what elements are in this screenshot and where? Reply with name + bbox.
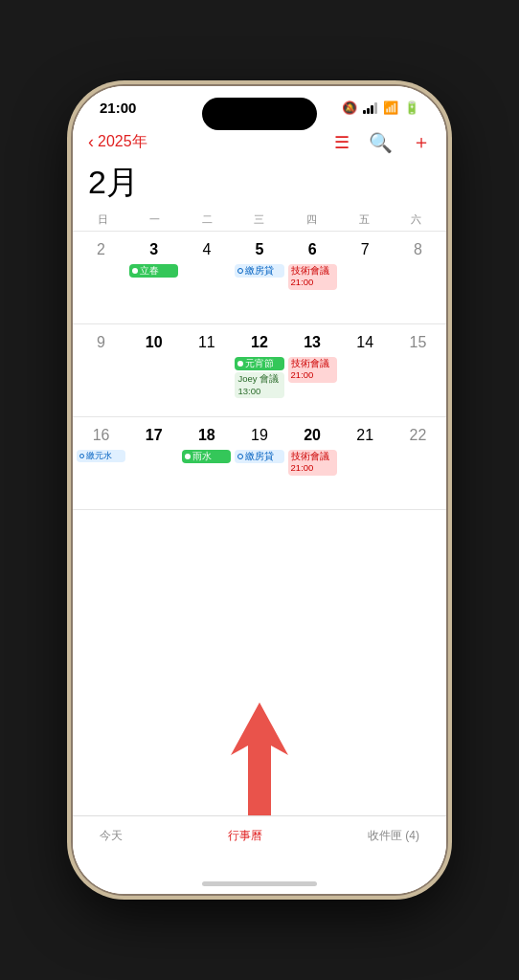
day-cell-15[interactable]: 15 [392, 328, 444, 412]
event-tech20-label: 技術會議 [291, 451, 334, 462]
home-indicator [202, 881, 317, 886]
day-num-10: 10 [142, 330, 167, 355]
dynamic-island [202, 98, 317, 130]
tab-calendar[interactable]: 行事曆 [228, 828, 262, 844]
day-cell-5[interactable]: 5 繳房貸 [233, 235, 285, 320]
week-row-2: 9 10 11 12 元宵節 Joey [73, 324, 446, 417]
day-num-4: 4 [194, 237, 219, 262]
day-cell-3[interactable]: 3 立春 [127, 235, 180, 320]
day-num-15: 15 [405, 330, 430, 355]
event-tech6-time: 21:00 [291, 277, 334, 288]
tab-today-label: 今天 [100, 829, 123, 842]
day-cell-16[interactable]: 16 繳元水 [75, 421, 127, 505]
day-num-17: 17 [142, 423, 167, 448]
circle-icon-16 [79, 454, 84, 458]
search-icon[interactable]: 🔍 [369, 131, 393, 154]
event-rainwater[interactable]: 雨水 [182, 450, 231, 463]
svg-marker-0 [231, 702, 288, 817]
filter-icon[interactable]: ☰ [334, 132, 350, 153]
day-num-5: 5 [247, 237, 272, 262]
event-water16-label: 繳元水 [86, 451, 112, 461]
year-label: 2025年 [98, 132, 147, 152]
signal-bars-icon [363, 102, 377, 114]
event-tech13-time: 21:00 [291, 369, 334, 381]
week-row-3: 16 繳元水 17 18 雨水 [73, 417, 446, 510]
event-rent-feb5[interactable]: 繳房貸 [235, 264, 283, 278]
day-header-sun: 日 [77, 212, 129, 227]
back-button[interactable]: ‹ 2025年 [88, 132, 147, 152]
event-tech-feb20[interactable]: 技術會議 21:00 [288, 450, 337, 476]
day-num-19: 19 [247, 423, 272, 448]
day-num-21: 21 [352, 423, 377, 448]
day-num-8: 8 [405, 237, 430, 262]
day-cell-11[interactable]: 11 [180, 328, 233, 412]
day-cell-12[interactable]: 12 元宵節 Joey 會議 13:00 [233, 328, 285, 412]
event-tech20-time: 21:00 [291, 462, 334, 474]
day-num-3: 3 [142, 237, 167, 262]
day-cell-14[interactable]: 14 [339, 328, 392, 412]
day-num-16: 16 [89, 423, 114, 448]
day-headers: 日 一 二 三 四 五 六 [73, 212, 446, 232]
day-cell-17[interactable]: 17 [127, 421, 180, 505]
day-cell-22[interactable]: 22 [392, 421, 444, 505]
day-cell-19[interactable]: 19 繳房貸 [233, 421, 285, 505]
day-cell-9[interactable]: 9 [75, 328, 127, 412]
day-num-18: 18 [194, 423, 219, 448]
day-cell-8[interactable]: 8 [392, 235, 444, 320]
arrow-overlay [221, 702, 298, 798]
day-num-22: 22 [405, 423, 430, 448]
day-num-20: 20 [300, 423, 325, 448]
green-dot-icon [132, 268, 138, 274]
circle-icon-rent5 [237, 268, 243, 274]
calendar-header: ‹ 2025年 ☰ 🔍 ＋ 2月 [73, 122, 446, 212]
tab-inbox[interactable]: 收件匣 (4) [368, 828, 419, 844]
day-cell-10[interactable]: 10 [127, 328, 180, 412]
chevron-left-icon: ‹ [88, 132, 94, 152]
event-lichun[interactable]: 立春 [129, 264, 178, 278]
event-water-feb16[interactable]: 繳元水 [77, 450, 125, 462]
event-rent19-label: 繳房貸 [245, 451, 274, 462]
event-rainwater-label: 雨水 [192, 451, 212, 462]
day-cell-4[interactable]: 4 [180, 235, 233, 320]
event-joey[interactable]: Joey 會議 13:00 [235, 372, 283, 398]
day-header-sat: 六 [390, 212, 442, 227]
add-icon[interactable]: ＋ [412, 129, 431, 155]
day-header-wed: 三 [234, 212, 286, 227]
event-rent-feb19[interactable]: 繳房貸 [235, 450, 283, 463]
circle-icon-rent19 [237, 454, 243, 459]
nav-actions: ☰ 🔍 ＋ [334, 129, 431, 155]
event-lantern[interactable]: 元宵節 [235, 357, 283, 370]
day-num-7: 7 [352, 237, 377, 262]
day-cell-13[interactable]: 13 技術會議 21:00 [286, 328, 339, 412]
day-num-2: 2 [89, 237, 114, 262]
day-header-fri: 五 [338, 212, 391, 227]
status-time: 21:00 [100, 100, 136, 116]
day-num-6: 6 [300, 237, 325, 262]
tab-calendar-label: 行事曆 [228, 829, 262, 842]
calendar-body: 2 3 立春 4 5 [73, 232, 446, 510]
status-icons: 🔕 📶 🔋 [342, 100, 419, 115]
event-tech-feb6[interactable]: 技術會議 21:00 [288, 264, 337, 290]
tab-today[interactable]: 今天 [100, 828, 123, 844]
day-cell-7[interactable]: 7 [339, 235, 392, 320]
event-joey-name: Joey 會議 [237, 373, 281, 385]
event-tech13-label: 技術會議 [291, 358, 334, 369]
phone-screen: 21:00 🔕 📶 🔋 ‹ [73, 86, 446, 894]
wifi-icon: 📶 [383, 100, 398, 115]
day-num-13: 13 [300, 330, 325, 355]
day-num-11: 11 [194, 330, 219, 355]
event-tech-feb13[interactable]: 技術會議 21:00 [288, 357, 337, 383]
day-header-thu: 四 [285, 212, 338, 227]
green-dot-rainwater [185, 454, 191, 459]
day-cell-20[interactable]: 20 技術會議 21:00 [286, 421, 339, 505]
day-header-mon: 一 [129, 212, 182, 227]
week-row-1: 2 3 立春 4 5 [73, 232, 446, 324]
battery-icon: 🔋 [404, 100, 419, 115]
green-dot-lantern [237, 361, 243, 367]
day-cell-6[interactable]: 6 技術會議 21:00 [286, 235, 339, 320]
event-joey-time: 13:00 [237, 386, 281, 397]
day-cell-2[interactable]: 2 [75, 235, 127, 320]
tab-inbox-label: 收件匣 (4) [368, 829, 419, 842]
day-cell-21[interactable]: 21 [339, 421, 392, 505]
day-cell-18[interactable]: 18 雨水 [180, 421, 233, 505]
